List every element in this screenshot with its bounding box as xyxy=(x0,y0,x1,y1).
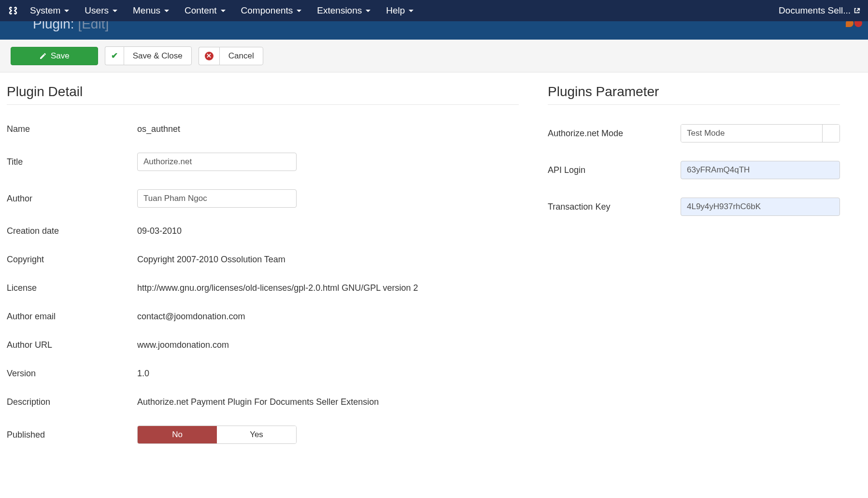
nav-help[interactable]: Help xyxy=(386,5,413,16)
chevron-down-icon xyxy=(822,125,840,142)
published-yes[interactable]: Yes xyxy=(217,426,296,443)
label-creation-date: Creation date xyxy=(7,226,137,236)
value-copyright: Copyright 2007-2010 Ossolution Team xyxy=(137,255,285,265)
row-api-login: API Login xyxy=(548,161,840,179)
nav-components[interactable]: Components xyxy=(241,5,302,16)
transaction-key-input[interactable] xyxy=(681,198,840,216)
plugins-parameter-section: Plugins Parameter Authorize.net Mode Tes… xyxy=(548,84,840,462)
caret-down-icon xyxy=(113,10,117,12)
save-button[interactable]: Save xyxy=(11,47,98,65)
row-author-url: Author URL www.joomdonation.com xyxy=(7,340,519,350)
api-login-input[interactable] xyxy=(681,161,840,179)
row-license: License http://www.gnu.org/licenses/old-… xyxy=(7,283,519,293)
value-license: http://www.gnu.org/licenses/old-licenses… xyxy=(137,283,418,293)
label-version: Version xyxy=(7,369,137,379)
label-copyright: Copyright xyxy=(7,255,137,265)
mode-select-value: Test Mode xyxy=(681,125,822,142)
section-title-detail: Plugin Detail xyxy=(7,84,519,105)
content: Plugin Detail Name os_authnet Title Auth… xyxy=(0,72,868,491)
row-creation-date: Creation date 09-03-2010 xyxy=(7,226,519,236)
caret-down-icon xyxy=(409,10,413,12)
row-mode: Authorize.net Mode Test Mode xyxy=(548,124,840,142)
label-description: Description xyxy=(7,397,137,407)
row-published: Published No Yes xyxy=(7,426,519,444)
caret-down-icon xyxy=(297,10,301,12)
row-title: Title xyxy=(7,153,519,171)
label-title: Title xyxy=(7,157,137,167)
published-no[interactable]: No xyxy=(138,426,217,443)
label-published: Published xyxy=(7,430,137,440)
external-link-icon xyxy=(854,7,860,14)
author-input[interactable] xyxy=(137,189,297,208)
save-close-icon-button[interactable]: ✔ xyxy=(105,46,124,65)
label-author-email: Author email xyxy=(7,312,137,322)
label-api-login: API Login xyxy=(548,165,681,175)
value-author-url: www.joomdonation.com xyxy=(137,340,229,350)
joomla-mark-icon xyxy=(846,21,862,27)
page-header: Plugin: [Edit] xyxy=(0,21,868,40)
check-icon: ✔ xyxy=(111,51,118,61)
nav-users[interactable]: Users xyxy=(85,5,117,16)
pencil-icon xyxy=(39,52,47,60)
row-author-email: Author email contact@joomdonation.com xyxy=(7,312,519,322)
nav-content[interactable]: Content xyxy=(185,5,226,16)
save-close-button[interactable]: Save & Close xyxy=(124,46,192,65)
value-author-email: contact@joomdonation.com xyxy=(137,312,245,322)
caret-down-icon xyxy=(221,10,226,12)
toolbar: Save ✔ Save & Close ✕ Cancel xyxy=(0,40,868,72)
value-description: Authorize.net Payment Plugin For Documen… xyxy=(137,397,379,407)
joomla-icon[interactable] xyxy=(8,5,18,16)
row-copyright: Copyright Copyright 2007-2010 Ossolution… xyxy=(7,255,519,265)
label-license: License xyxy=(7,283,137,293)
row-transaction-key: Transaction Key xyxy=(548,198,840,216)
label-author: Author xyxy=(7,194,137,204)
caret-down-icon xyxy=(366,10,370,12)
site-link[interactable]: Documents Sell... xyxy=(779,5,860,16)
label-mode: Authorize.net Mode xyxy=(548,128,681,139)
nav-system[interactable]: System xyxy=(30,5,69,16)
label-transaction-key: Transaction Key xyxy=(548,202,681,212)
row-name: Name os_authnet xyxy=(7,124,519,134)
section-title-params: Plugins Parameter xyxy=(548,84,840,105)
cancel-icon-button[interactable]: ✕ xyxy=(199,47,219,65)
nav-extensions[interactable]: Extensions xyxy=(317,5,370,16)
mode-select[interactable]: Test Mode xyxy=(681,124,840,142)
row-version: Version 1.0 xyxy=(7,369,519,379)
row-description: Description Authorize.net Payment Plugin… xyxy=(7,397,519,407)
close-icon: ✕ xyxy=(205,52,213,60)
caret-down-icon xyxy=(164,10,169,12)
published-toggle[interactable]: No Yes xyxy=(137,426,297,444)
page-title: Plugin: [Edit] xyxy=(33,21,109,32)
title-input[interactable] xyxy=(137,153,297,171)
row-author: Author xyxy=(7,189,519,208)
caret-down-icon xyxy=(64,10,69,12)
label-name: Name xyxy=(7,124,137,134)
plugin-detail-section: Plugin Detail Name os_authnet Title Auth… xyxy=(7,84,519,462)
top-navbar: System Users Menus Content Components Ex… xyxy=(0,0,868,21)
value-creation-date: 09-03-2010 xyxy=(137,226,182,236)
joomla-logo xyxy=(846,21,862,27)
value-version: 1.0 xyxy=(137,369,149,379)
label-author-url: Author URL xyxy=(7,340,137,350)
value-name: os_authnet xyxy=(137,124,180,134)
nav-menus[interactable]: Menus xyxy=(133,5,169,16)
cancel-button[interactable]: Cancel xyxy=(219,47,263,65)
